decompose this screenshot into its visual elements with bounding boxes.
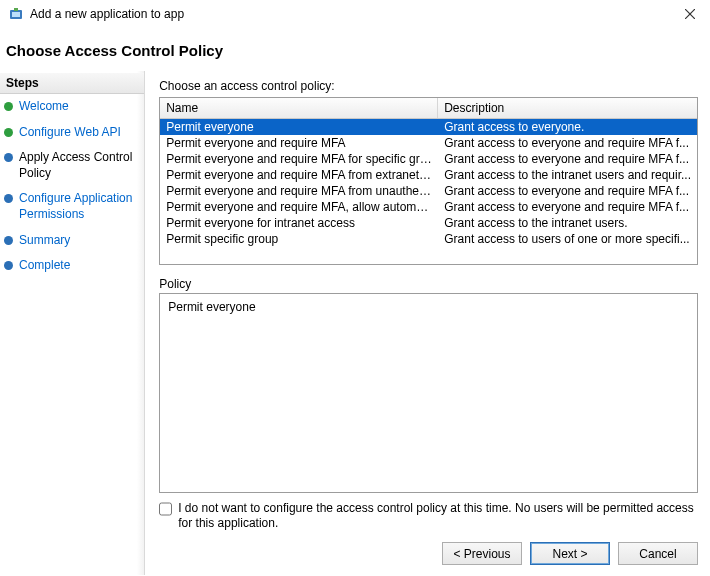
cell-description: Grant access to the intranet users. bbox=[438, 215, 697, 231]
svg-rect-1 bbox=[12, 12, 20, 17]
step-item-3[interactable]: Configure Application Permissions bbox=[0, 186, 144, 227]
cell-description: Grant access to everyone and require MFA… bbox=[438, 199, 697, 215]
skip-config-row: I do not want to configure the access co… bbox=[159, 501, 698, 532]
step-label: Summary bbox=[19, 233, 70, 249]
button-row: < Previous Next > Cancel bbox=[159, 542, 698, 565]
step-bullet-icon bbox=[4, 261, 13, 270]
table-row[interactable]: Permit everyone and require MFA for spec… bbox=[160, 151, 697, 167]
cell-name: Permit everyone and require MFA bbox=[160, 135, 438, 151]
skip-config-label[interactable]: I do not want to configure the access co… bbox=[178, 501, 698, 532]
previous-button[interactable]: < Previous bbox=[442, 542, 522, 565]
column-header-description[interactable]: Description bbox=[438, 98, 697, 118]
cell-name: Permit everyone and require MFA, allow a… bbox=[160, 199, 438, 215]
policy-detail-box: Permit everyone bbox=[159, 293, 698, 493]
title-bar: Add a new application to app bbox=[0, 0, 710, 28]
cell-name: Permit everyone bbox=[160, 119, 438, 135]
cell-description: Grant access to everyone. bbox=[438, 119, 697, 135]
step-item-2[interactable]: Apply Access Control Policy bbox=[0, 145, 144, 186]
cancel-button[interactable]: Cancel bbox=[618, 542, 698, 565]
step-item-1[interactable]: Configure Web API bbox=[0, 120, 144, 146]
step-label: Configure Web API bbox=[19, 125, 121, 141]
step-label: Complete bbox=[19, 258, 70, 274]
main-panel: Choose an access control policy: Name De… bbox=[145, 71, 710, 575]
step-bullet-icon bbox=[4, 102, 13, 111]
cell-name: Permit specific group bbox=[160, 231, 438, 247]
next-button[interactable]: Next > bbox=[530, 542, 610, 565]
window-title: Add a new application to app bbox=[30, 7, 678, 21]
steps-header: Steps bbox=[0, 73, 144, 94]
cell-name: Permit everyone and require MFA from una… bbox=[160, 183, 438, 199]
cell-name: Permit everyone and require MFA from ext… bbox=[160, 167, 438, 183]
step-label: Welcome bbox=[19, 99, 69, 115]
cell-name: Permit everyone for intranet access bbox=[160, 215, 438, 231]
table-row[interactable]: Permit everyone and require MFA, allow a… bbox=[160, 199, 697, 215]
cell-description: Grant access to everyone and require MFA… bbox=[438, 151, 697, 167]
cell-description: Grant access to users of one or more spe… bbox=[438, 231, 697, 247]
table-header: Name Description bbox=[160, 98, 697, 119]
policy-detail-text: Permit everyone bbox=[168, 300, 255, 314]
svg-rect-2 bbox=[14, 8, 18, 11]
table-row[interactable]: Permit everyone and require MFAGrant acc… bbox=[160, 135, 697, 151]
step-item-4[interactable]: Summary bbox=[0, 228, 144, 254]
cell-name: Permit everyone and require MFA for spec… bbox=[160, 151, 438, 167]
app-icon bbox=[8, 6, 24, 22]
step-item-0[interactable]: Welcome bbox=[0, 94, 144, 120]
policy-section-label: Policy bbox=[159, 277, 698, 291]
step-label: Configure Application Permissions bbox=[19, 191, 138, 222]
table-row[interactable]: Permit everyoneGrant access to everyone. bbox=[160, 119, 697, 135]
step-bullet-icon bbox=[4, 128, 13, 137]
skip-config-checkbox[interactable] bbox=[159, 502, 172, 516]
step-item-5[interactable]: Complete bbox=[0, 253, 144, 279]
cell-description: Grant access to the intranet users and r… bbox=[438, 167, 697, 183]
page-title: Choose Access Control Policy bbox=[0, 28, 710, 71]
step-bullet-icon bbox=[4, 236, 13, 245]
table-row[interactable]: Permit specific groupGrant access to use… bbox=[160, 231, 697, 247]
instruction-label: Choose an access control policy: bbox=[159, 79, 698, 93]
cell-description: Grant access to everyone and require MFA… bbox=[438, 135, 697, 151]
step-bullet-icon bbox=[4, 153, 13, 162]
cell-description: Grant access to everyone and require MFA… bbox=[438, 183, 697, 199]
step-label: Apply Access Control Policy bbox=[19, 150, 138, 181]
table-row[interactable]: Permit everyone and require MFA from ext… bbox=[160, 167, 697, 183]
step-bullet-icon bbox=[4, 194, 13, 203]
steps-sidebar: Steps WelcomeConfigure Web APIApply Acce… bbox=[0, 71, 145, 575]
close-icon bbox=[685, 9, 695, 19]
policy-table: Name Description Permit everyoneGrant ac… bbox=[159, 97, 698, 265]
table-row[interactable]: Permit everyone and require MFA from una… bbox=[160, 183, 697, 199]
table-row[interactable]: Permit everyone for intranet accessGrant… bbox=[160, 215, 697, 231]
column-header-name[interactable]: Name bbox=[160, 98, 438, 118]
close-button[interactable] bbox=[678, 4, 702, 24]
